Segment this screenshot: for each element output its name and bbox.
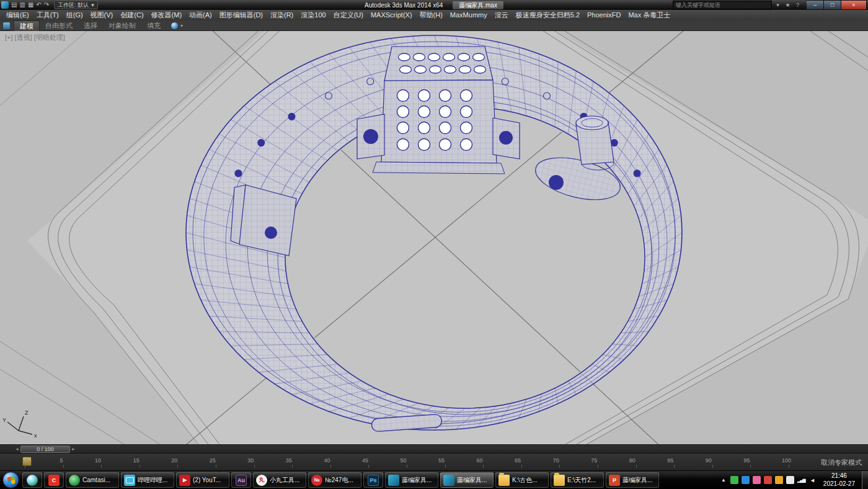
menu-item-5[interactable]: 创建(C): [117, 10, 147, 20]
taskbar-button-audition[interactable]: Au: [231, 472, 251, 488]
taskbar-button-folder[interactable]: K:\古色...: [495, 472, 549, 488]
timeline-ruler[interactable]: 0510152025303540455055606570758085909510…: [0, 453, 868, 470]
workspace-selector[interactable]: 工作区: 默认 ▾: [54, 1, 98, 9]
minimize-button[interactable]: –: [807, 0, 824, 10]
menu-item-10[interactable]: 渲染100: [297, 10, 329, 20]
menu-item-3[interactable]: 组(G): [63, 10, 87, 20]
viewport-label[interactable]: [+] [透视] [明暗处理]: [5, 33, 65, 42]
search-go-icon[interactable]: ▾: [774, 2, 782, 8]
ribbon-tab-5[interactable]: 填充: [141, 20, 166, 30]
tick-label: 80: [629, 457, 636, 464]
undo-icon[interactable]: ↶: [36, 1, 41, 9]
open-file-icon[interactable]: ▥: [19, 1, 25, 9]
tick-label: 70: [553, 457, 559, 464]
menu-item-15[interactable]: 渲云: [491, 10, 512, 20]
taskbar-button-xiaowan[interactable]: 丸小丸工具...: [253, 472, 306, 488]
infocenter-search-input[interactable]: [673, 1, 772, 9]
ribbon-tab-3[interactable]: 选择: [78, 20, 103, 30]
viewport[interactable]: YZx [+] [透视] [明暗处理]: [0, 31, 868, 444]
new-scene-icon[interactable]: ▤: [11, 1, 17, 9]
menu-item-18[interactable]: Max 杀毒卫士: [624, 10, 674, 20]
no247-icon: №: [311, 475, 322, 486]
favorites-star-icon[interactable]: ★: [784, 2, 792, 8]
clock-date: 2021-02-27: [823, 480, 855, 488]
tick-label: 15: [133, 457, 140, 464]
menu-item-8[interactable]: 图形编辑器(D): [216, 10, 267, 20]
taskbar-button-3dsmax[interactable]: 藤编家具...: [440, 472, 494, 488]
taskbar-button-bilibili[interactable]: 哔哩哔哩...: [121, 472, 174, 488]
show-hidden-icons-button[interactable]: ▲: [720, 477, 727, 483]
tray-app-icon-4[interactable]: [764, 476, 772, 484]
ribbon-config-icon[interactable]: [171, 22, 178, 29]
menu-item-13[interactable]: 帮助(H): [416, 10, 446, 20]
modeling-ribbon-icon: [3, 22, 10, 29]
start-button[interactable]: [2, 472, 19, 488]
taskbar-button-folder[interactable]: E:\天竹2...: [551, 472, 604, 488]
ribbon-tab-1[interactable]: 建模: [14, 20, 40, 31]
show-desktop-button[interactable]: [862, 471, 868, 489]
taskbar-buttons: CCamtasi...哔哩哔哩...▶(2) YouT...Au丸小丸工具...…: [22, 472, 659, 488]
red-c-icon: C: [48, 475, 60, 486]
menu-item-7[interactable]: 动画(A): [185, 10, 216, 20]
tray-app-icon-3[interactable]: [753, 476, 761, 484]
tick-label: 45: [362, 457, 368, 464]
taskbar-button-label: E:\天竹2...: [567, 476, 596, 485]
menu-item-6[interactable]: 修改器(M): [148, 10, 186, 20]
menu-item-2[interactable]: 工具(T): [33, 10, 63, 20]
maximize-button[interactable]: □: [824, 0, 841, 10]
taskbar-button-no247[interactable]: №№247电...: [308, 472, 361, 488]
tray-app-icon-5[interactable]: [775, 476, 783, 484]
ribbon: 建模自由形式选择对象绘制填充 ▾: [0, 20, 868, 31]
menu-bar: 编辑(E)工具(T)组(G)视图(V)创建(C)修改器(M)动画(A)图形编辑器…: [0, 10, 868, 20]
powerpoint-icon: P: [609, 475, 620, 486]
3dsmax-logo-icon[interactable]: [1, 1, 9, 9]
taskbar-button-camtasia[interactable]: Camtasi...: [66, 472, 119, 488]
taskbar-button-youtube[interactable]: ▶(2) YouT...: [176, 472, 229, 488]
menu-item-9[interactable]: 渲染(R): [267, 10, 297, 20]
3dsmax-window: ▤ ▥ ▦ ↶ ↷ 工作区: 默认 ▾ Autodesk 3ds Max 201…: [0, 0, 868, 489]
ribbon-tab-4[interactable]: 对象绘制: [103, 20, 141, 30]
tray-app-icon-2[interactable]: [742, 476, 750, 484]
taskbar-button-browser-globe[interactable]: [22, 472, 42, 488]
network-icon[interactable]: ▂▄▆: [797, 476, 805, 484]
taskbar-button-label: K:\古色...: [512, 476, 538, 485]
ribbon-minimize-icon[interactable]: ▾: [180, 23, 183, 29]
ribbon-tab-2[interactable]: 自由形式: [40, 20, 78, 30]
menu-item-12[interactable]: MAXScript(X): [367, 10, 416, 20]
bilibili-icon: [124, 475, 135, 486]
taskbar-button-photoshop[interactable]: Ps: [363, 472, 383, 488]
taskbar-button-red-c[interactable]: C: [44, 472, 64, 488]
tick-label: 100: [782, 457, 791, 464]
menu-item-16[interactable]: 极速瘦身安全归档5.2: [512, 10, 583, 20]
redo-icon[interactable]: ↷: [44, 1, 49, 9]
menu-item-14[interactable]: MaxMummy: [446, 10, 491, 20]
timeline-ticks: 0510152025303540455055606570758085909510…: [25, 457, 791, 464]
menu-item-11[interactable]: 自定义(U): [330, 10, 367, 20]
save-file-icon[interactable]: ▦: [28, 1, 33, 9]
tick-label: 90: [706, 457, 712, 464]
taskbar-button-powerpoint[interactable]: P藤编家具...: [606, 472, 659, 488]
track-left-arrow[interactable]: ◄: [15, 446, 19, 452]
quick-access-toolbar: ▤ ▥ ▦ ↶ ↷ 工作区: 默认 ▾: [1, 1, 98, 9]
tick-label: 0: [25, 457, 28, 464]
clock[interactable]: 21:46 2021-02-27: [820, 472, 859, 488]
tray-app-icon-1[interactable]: [730, 476, 738, 484]
menu-item-1[interactable]: 编辑(E): [2, 10, 33, 20]
exit-expert-mode-button[interactable]: 取消专家模式: [821, 458, 862, 467]
volume-icon[interactable]: ◄: [808, 476, 817, 484]
close-button[interactable]: ×: [841, 0, 867, 10]
tick-label: 85: [667, 457, 673, 464]
track-bar: ◄ 0 / 100 ►: [0, 444, 868, 453]
frame-range-thumb[interactable]: 0 / 100: [20, 446, 70, 453]
tray-app-icon-6[interactable]: [786, 476, 794, 484]
taskbar-button-label: 藤编家具...: [402, 476, 432, 485]
menu-item-4[interactable]: 视图(V): [87, 10, 117, 20]
taskbar-button-3dsmax[interactable]: 藤编家具...: [385, 472, 438, 488]
help-icon[interactable]: ?: [794, 2, 802, 8]
tick-label: 35: [286, 457, 292, 464]
track-right-arrow[interactable]: ►: [71, 446, 76, 452]
tick-label: 40: [324, 457, 330, 464]
menu-item-17[interactable]: PhoenixFD: [583, 10, 624, 20]
tick-label: 20: [171, 457, 177, 464]
viewport-scene: YZx: [0, 31, 868, 444]
